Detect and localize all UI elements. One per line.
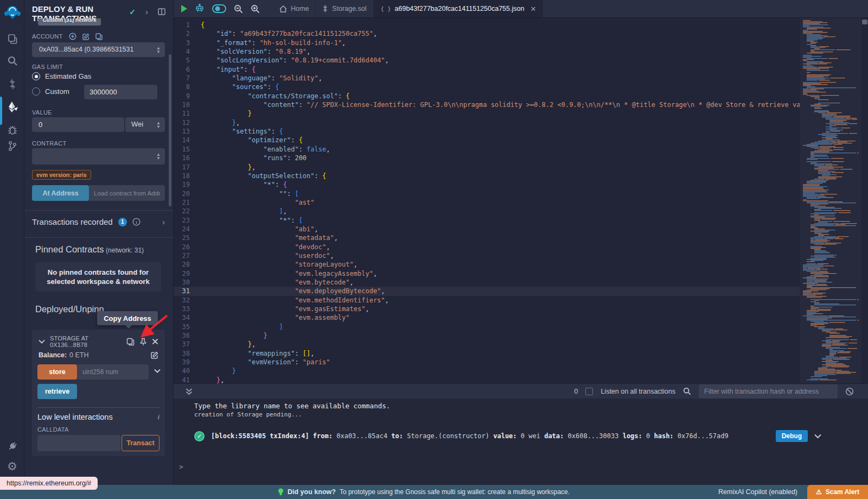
listen-checkbox[interactable]: [585, 388, 593, 395]
link-preview-tooltip: https://remix.ethereum.org/#: [0, 477, 98, 490]
pin-panel-icon[interactable]: [158, 8, 165, 15]
code-line: 10 "content": "// SPDX-License-Identifie…: [174, 100, 800, 109]
search-icon[interactable]: [0, 52, 24, 70]
edit-account-icon[interactable]: [82, 33, 90, 40]
tx-success-icon: ✓: [194, 431, 205, 441]
plugin-manager-icon[interactable]: [0, 437, 24, 456]
code-line: 29 "evm.legacyAssembly",: [174, 269, 800, 278]
code-line: 5 "solcLongVersion": "0.8.19+commit.7dd6…: [174, 56, 800, 65]
transaction-log-row[interactable]: ✓ [block:5583405 txIndex:4] from: 0xa03.…: [194, 430, 821, 442]
deploy-run-icon[interactable]: [0, 98, 24, 116]
expand-panel-icon[interactable]: ›: [145, 7, 148, 16]
store-args-input[interactable]: [77, 364, 149, 380]
at-address-input[interactable]: [89, 185, 165, 201]
code-line: 22 ],: [174, 207, 800, 216]
low-level-info-icon[interactable]: i: [157, 413, 159, 421]
clear-console-icon[interactable]: [845, 387, 854, 396]
code-line: 30 "evm.bytecode",: [174, 278, 800, 287]
copilot-toggle-icon[interactable]: [212, 4, 226, 13]
evm-version-badge: evm version: paris: [32, 170, 91, 180]
balance-label: Balance:: [39, 351, 67, 359]
add-account-icon[interactable]: [69, 33, 76, 40]
transactions-recorded-label: Transactions recorded: [32, 217, 113, 226]
settings-gear-icon[interactable]: ⚙: [0, 457, 24, 476]
terminal-filter-input[interactable]: [699, 384, 838, 399]
code-editor[interactable]: 1{2 "id": "a69b43f277ba20fcac141151250ca…: [174, 18, 868, 383]
store-button[interactable]: store: [37, 364, 77, 380]
terminal-prompt[interactable]: >: [179, 463, 183, 471]
code-line: 25 "metadata",: [174, 233, 800, 242]
zoom-in-icon[interactable]: [251, 4, 260, 14]
pinned-network-label: (network: 31): [106, 247, 144, 254]
code-line: 31 "evm.deployedBytecode",: [174, 287, 800, 295]
transactions-expand-icon[interactable]: ›: [162, 217, 165, 226]
custom-gas-input[interactable]: [84, 85, 157, 99]
transactions-count-badge: 1: [118, 218, 127, 226]
code-line: 19 "*": {: [174, 180, 800, 189]
estimated-gas-radio[interactable]: Estimated Gas: [32, 72, 91, 80]
lightbulb-icon: [278, 488, 284, 496]
terminal-toolbar: 0 Listen on all transactions: [174, 383, 868, 399]
code-line: 13 "settings": {: [174, 127, 800, 136]
code-line: 6 "input": {: [174, 65, 800, 74]
expand-tx-icon[interactable]: [814, 434, 821, 439]
pinned-contracts-title: Pinned Contracts: [35, 244, 104, 254]
code-line: 26 "devdoc",: [174, 243, 800, 251]
collapse-contract-icon[interactable]: [39, 339, 45, 344]
retrieve-button[interactable]: retrieve: [37, 384, 77, 399]
close-tab-icon[interactable]: ✕: [530, 5, 536, 13]
terminal-search-icon[interactable]: [683, 387, 691, 395]
balance-value: 0 ETH: [69, 351, 88, 359]
deploy-run-panel: DEPLOY & RUN TRANSACTIONS ✓ › Custom (31…: [24, 0, 174, 485]
code-line: 32 "evm.methodIdentifiers",: [174, 296, 800, 305]
account-label: ACCOUNT: [32, 33, 63, 40]
zoom-out-icon[interactable]: [234, 4, 243, 14]
at-address-button[interactable]: At Address: [32, 185, 89, 201]
value-unit-select[interactable]: Wei ▲▼: [125, 117, 165, 132]
expand-store-icon[interactable]: [154, 369, 161, 373]
code-line: 27 "userdoc",: [174, 251, 800, 260]
code-line: 23 "*": [: [174, 216, 800, 225]
solidity-compiler-icon[interactable]: [0, 75, 24, 93]
code-line: 15 "enabled": false,: [174, 145, 800, 154]
pending-tx-count: 0: [574, 388, 578, 395]
custom-gas-radio[interactable]: Custom: [32, 87, 69, 96]
value-input[interactable]: [32, 117, 124, 132]
tab-build-info-json[interactable]: { } a69b43f277ba20fcac141151250ca755.jso…: [374, 0, 544, 17]
deployed-contracts-title: Deployed/Unpinn: [35, 304, 104, 314]
code-line: 12 },: [174, 118, 800, 127]
file-explorer-icon[interactable]: [0, 30, 24, 48]
tab-home[interactable]: Home: [273, 0, 316, 17]
calldata-input[interactable]: [37, 435, 120, 451]
terminal[interactable]: Type the library name to see available c…: [174, 399, 868, 485]
expand-terminal-icon[interactable]: [186, 388, 193, 395]
code-line: 39 "evmVersion": "paris": [174, 358, 800, 367]
account-select[interactable]: 0xA03...85ac4 (0.39866531531 ▲▼: [32, 42, 165, 57]
code-line: 3 "_format": "hh-sol-build-info-1",: [174, 39, 800, 47]
code-line: 35 ]: [174, 323, 800, 331]
copilot-status[interactable]: RemixAI Copilot (enabled): [718, 485, 797, 499]
contract-select[interactable]: ▲▼: [32, 148, 165, 165]
compile-check-icon: ✓: [129, 8, 136, 16]
code-line: 28 "storageLayout",: [174, 260, 800, 269]
remix-logo-icon[interactable]: [0, 3, 24, 22]
code-line: 41 },: [174, 376, 800, 383]
copy-account-icon[interactable]: [95, 33, 103, 40]
transact-button[interactable]: Transact: [122, 435, 159, 451]
code-line: 33 "evm.gasEstimates",: [174, 305, 800, 313]
debugger-icon[interactable]: [0, 121, 24, 139]
tab-bar: Home Storage.sol { } a69b43f277ba20fcac1…: [174, 0, 868, 18]
tx-summary: [block:5583405 txIndex:4] from: 0xa03...…: [211, 432, 769, 440]
editor-scrollbar-thumb[interactable]: [862, 20, 867, 24]
minimap[interactable]: [800, 18, 861, 383]
debug-button[interactable]: Debug: [776, 430, 808, 442]
run-script-icon[interactable]: [181, 5, 187, 12]
no-pinned-contracts-message: No pinned contracts found for selected w…: [35, 262, 161, 292]
panel-scrollbar[interactable]: [169, 54, 171, 206]
tab-storage-sol[interactable]: Storage.sol: [316, 0, 373, 17]
git-icon[interactable]: [0, 137, 24, 155]
scam-alert-button[interactable]: ⚠ Scam Alert: [807, 485, 868, 499]
info-icon[interactable]: [132, 218, 141, 226]
ai-copilot-robot-icon[interactable]: [195, 4, 205, 14]
edit-balance-icon[interactable]: [151, 351, 158, 359]
